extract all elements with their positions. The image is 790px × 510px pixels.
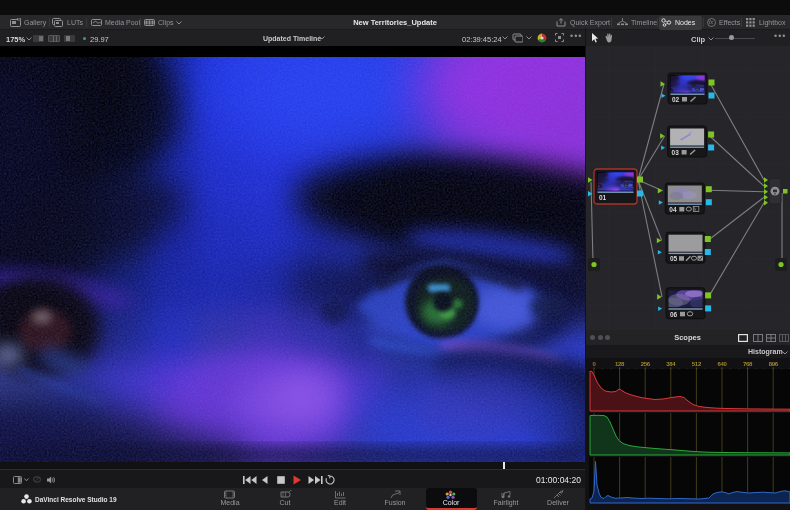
svg-text:640: 640 bbox=[717, 361, 727, 367]
svg-text:06: 06 bbox=[670, 311, 678, 318]
svg-text:896: 896 bbox=[769, 361, 779, 367]
svg-text:256: 256 bbox=[641, 361, 651, 367]
svg-text:01: 01 bbox=[599, 194, 607, 201]
svg-text:768: 768 bbox=[743, 361, 753, 367]
svg-text:02: 02 bbox=[672, 96, 680, 103]
svg-text:128: 128 bbox=[615, 361, 625, 367]
svg-text:512: 512 bbox=[692, 361, 702, 367]
svg-text:384: 384 bbox=[666, 361, 676, 367]
svg-text:05: 05 bbox=[670, 255, 678, 262]
svg-text:fx: fx bbox=[709, 19, 713, 25]
svg-text:03: 03 bbox=[672, 149, 680, 156]
svg-text:04: 04 bbox=[669, 206, 677, 213]
